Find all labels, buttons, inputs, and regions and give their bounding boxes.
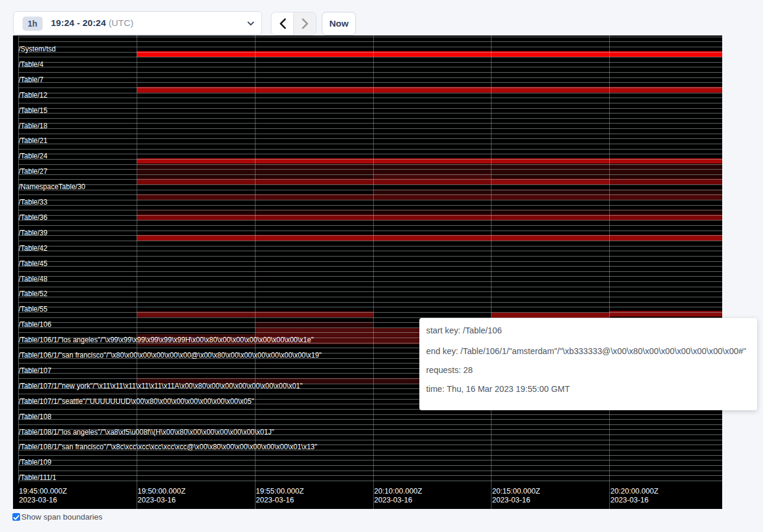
svg-text:/Table/108: /Table/108 <box>19 413 52 421</box>
svg-text:2023-03-16: 2023-03-16 <box>610 496 648 504</box>
svg-text:/Table/107: /Table/107 <box>19 366 52 375</box>
svg-text:2023-03-16: 2023-03-16 <box>256 496 294 504</box>
svg-text:20:10:00.000Z: 20:10:00.000Z <box>374 487 423 495</box>
svg-text:/Table/55: /Table/55 <box>19 305 48 313</box>
svg-text:19:45:00.000Z: 19:45:00.000Z <box>19 487 67 495</box>
svg-text:19:55:00.000Z: 19:55:00.000Z <box>256 487 305 495</box>
svg-text:2023-03-16: 2023-03-16 <box>374 496 412 504</box>
svg-text:/Table/24: /Table/24 <box>19 152 48 160</box>
svg-text:2023-03-16: 2023-03-16 <box>19 496 57 504</box>
svg-text:20:15:00.000Z: 20:15:00.000Z <box>492 487 541 495</box>
svg-text:/Table/21: /Table/21 <box>19 137 48 145</box>
svg-text:/Table/108/1/"san francisco"/": /Table/108/1/"san francisco"/"\x8c\xcc\x… <box>19 443 318 451</box>
svg-text:/Table/52: /Table/52 <box>19 290 48 298</box>
svg-text:/Table/111/1: /Table/111/1 <box>19 473 57 482</box>
svg-text:/Table/109: /Table/109 <box>19 458 52 466</box>
svg-text:2023-03-16: 2023-03-16 <box>492 496 530 504</box>
svg-text:19:50:00.000Z: 19:50:00.000Z <box>138 487 186 495</box>
svg-text:/Table/45: /Table/45 <box>19 259 48 268</box>
svg-text:/Table/27: /Table/27 <box>19 167 48 176</box>
svg-text:/Table/4: /Table/4 <box>19 60 44 69</box>
svg-text:/Table/107/1/"seattle"/"UUUUUU: /Table/107/1/"seattle"/"UUUUUUUD\x00\x80… <box>19 397 254 406</box>
svg-text:/Table/106/1/"san francisco"/": /Table/106/1/"san francisco"/"\x80\x00\x… <box>19 351 322 359</box>
svg-text:2023-03-16: 2023-03-16 <box>138 496 176 504</box>
svg-text:/Table/106: /Table/106 <box>19 320 52 329</box>
svg-text:/Table/33: /Table/33 <box>19 198 48 206</box>
svg-text:/System/tsd: /System/tsd <box>19 45 56 53</box>
svg-text:/NamespaceTable/30: /NamespaceTable/30 <box>19 183 86 191</box>
svg-text:/Table/18: /Table/18 <box>19 122 48 130</box>
svg-text:/Table/108/1/"los angeles"/"\x: /Table/108/1/"los angeles"/"\xa8\xf5\u00… <box>19 428 274 436</box>
svg-text:/Table/42: /Table/42 <box>19 244 48 252</box>
svg-text:20:20:00.000Z: 20:20:00.000Z <box>610 487 659 495</box>
svg-text:/Table/39: /Table/39 <box>19 229 48 237</box>
svg-text:/Table/12: /Table/12 <box>19 91 48 99</box>
svg-text:/Table/106/1/"los angeles"/"\x: /Table/106/1/"los angeles"/"\x99\x99\x99… <box>19 336 314 344</box>
svg-text:/Table/36: /Table/36 <box>19 213 48 222</box>
svg-text:/Table/15: /Table/15 <box>19 106 48 115</box>
svg-text:/Table/107/1/"new york"/"\x11\: /Table/107/1/"new york"/"\x11\x11\x11\x1… <box>19 382 303 390</box>
svg-text:/Table/48: /Table/48 <box>19 275 48 283</box>
svg-text:/Table/7: /Table/7 <box>19 76 44 84</box>
